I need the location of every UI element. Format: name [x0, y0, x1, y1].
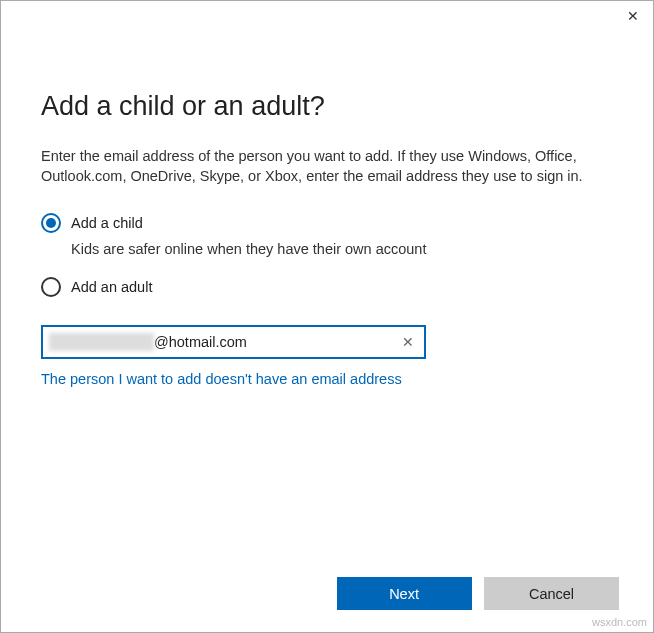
close-icon[interactable]: ✕ [613, 1, 653, 31]
member-type-group: Add a child Kids are safer online when t… [41, 213, 613, 297]
clear-input-icon[interactable]: ✕ [398, 334, 418, 350]
watermark: wsxdn.com [592, 616, 647, 628]
next-button[interactable]: Next [337, 577, 472, 610]
no-email-link[interactable]: The person I want to add doesn't have an… [41, 371, 613, 387]
titlebar: ✕ [1, 1, 653, 31]
page-title: Add a child or an adult? [41, 91, 613, 122]
radio-adult[interactable] [41, 277, 61, 297]
cancel-button[interactable]: Cancel [484, 577, 619, 610]
dialog-content: Add a child or an adult? Enter the email… [1, 31, 653, 407]
email-domain-text: @hotmail.com [154, 334, 398, 350]
radio-child[interactable] [41, 213, 61, 233]
dialog-window: ✕ Add a child or an adult? Enter the ema… [0, 0, 654, 633]
page-description: Enter the email address of the person yo… [41, 146, 613, 187]
dialog-footer: Next Cancel [329, 577, 619, 610]
email-input[interactable]: @hotmail.com ✕ [41, 325, 426, 359]
option-add-child[interactable]: Add a child [41, 213, 613, 233]
radio-adult-label: Add an adult [71, 279, 152, 295]
radio-child-label: Add a child [71, 215, 143, 231]
radio-child-sub: Kids are safer online when they have the… [71, 241, 613, 257]
option-add-adult[interactable]: Add an adult [41, 277, 613, 297]
email-redacted-local [49, 333, 154, 351]
